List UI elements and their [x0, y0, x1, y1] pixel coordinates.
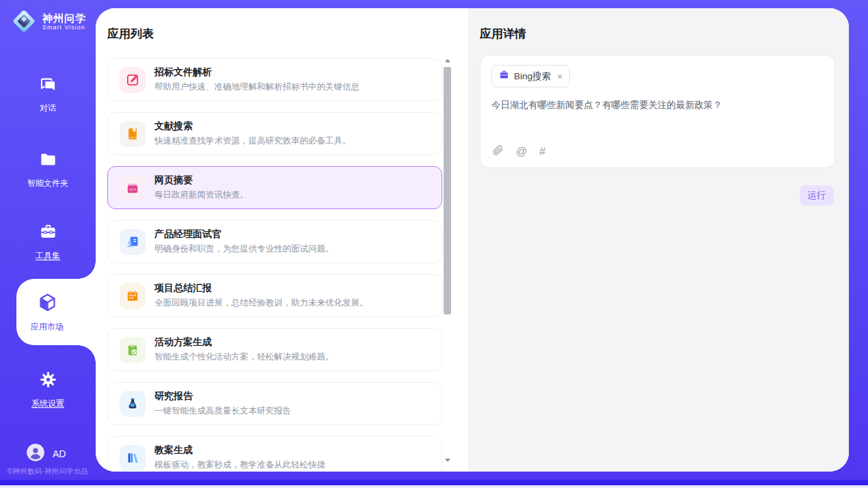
briefcase-icon [499, 70, 509, 83]
app-item-title: 产品经理面试官 [154, 228, 334, 241]
attachment-icon[interactable] [492, 144, 504, 159]
avatar [26, 443, 45, 465]
scrollbar-thumb[interactable] [444, 67, 451, 314]
sidebar-item-app-market[interactable]: 应用市场 [16, 279, 96, 345]
content-card: 应用列表 招标文件解析 帮助用户快速、准确地理解和解析招标书中的关键信息 [96, 8, 849, 472]
app-list-title: 应用列表 [107, 26, 468, 42]
books-icon [120, 445, 146, 471]
flask-icon [120, 391, 146, 417]
bottom-accent-bar [0, 480, 868, 485]
app-list-item-web-summary[interactable]: </> 网页摘要 每日政府新闻资讯快查。 [107, 166, 442, 209]
app-item-description: 快速精准查找学术资源，提高研究效率的必备工具。 [154, 135, 351, 147]
sidebar-item-label: 智能文件夹 [27, 178, 68, 189]
brand-subtitle: Smart Vision [42, 24, 86, 31]
app-list-panel: 应用列表 招标文件解析 帮助用户快速、准确地理解和解析招标书中的关键信息 [96, 8, 468, 472]
app-item-title: 招标文件解析 [154, 66, 360, 79]
sidebar-item-smart-folder[interactable]: 智能文件夹 [0, 150, 96, 189]
svg-text:</>: </> [129, 187, 137, 191]
clipboard-check-icon [120, 337, 146, 363]
user-initials: AD [53, 448, 66, 459]
brand-logo-icon [11, 8, 37, 34]
app-item-description: 模板驱动，教案秒成，教学准备从此轻松快捷 [154, 459, 325, 471]
folder-icon [39, 150, 57, 172]
app-list-item-event-plan[interactable]: 活动方案生成 智能生成个性化活动方案，轻松解决规划难题。 [107, 328, 442, 371]
book-icon [120, 121, 146, 147]
scroll-up-icon[interactable] [445, 59, 450, 62]
edit-document-icon [120, 67, 146, 93]
app-item-title: 活动方案生成 [154, 336, 334, 349]
interview-document-icon [120, 229, 146, 255]
app-list-item-research-report[interactable]: 研究报告 一键智能生成高质量长文本研究报告 [107, 382, 442, 425]
tool-chip-label: Bing搜索 [514, 70, 551, 83]
app-item-title: 网页摘要 [154, 174, 249, 187]
app-item-title: 研究报告 [154, 390, 291, 403]
close-icon[interactable]: × [557, 72, 562, 81]
toolbox-icon [39, 223, 57, 244]
tool-chip-bing-search[interactable]: Bing搜索 × [491, 65, 570, 87]
app-item-title: 项目总结汇报 [154, 282, 368, 295]
scroll-down-icon[interactable] [445, 459, 450, 462]
sidebar: 神州问学 Smart Vision 对话 智能文件夹 [0, 0, 96, 480]
app-item-description: 全面回顾项目进展，总结经验教训，助力未来优化发展。 [154, 297, 368, 309]
browser-code-icon: </> [120, 175, 146, 201]
cube-icon [37, 292, 58, 316]
sidebar-item-settings[interactable]: 系统设置 [0, 370, 96, 409]
mention-icon[interactable]: @ [516, 146, 527, 158]
prompt-toolbar: @ # [492, 144, 545, 159]
gear-icon [39, 370, 57, 392]
calendar-icon [120, 283, 146, 309]
bottom-edge [0, 485, 868, 488]
app-list-scrollbar[interactable] [443, 56, 452, 463]
brand-text: 神州问学 Smart Vision [42, 12, 86, 31]
app-item-description: 一键智能生成高质量长文本研究报告 [154, 405, 291, 417]
app-list-item-bid-parsing[interactable]: 招标文件解析 帮助用户快速、准确地理解和解析招标书中的关键信息 [107, 58, 442, 101]
hash-icon[interactable]: # [539, 146, 545, 158]
sidebar-item-label: 对话 [40, 103, 56, 114]
prompt-text[interactable]: 今日湖北有哪些新闻要点？有哪些需要关注的最新政策？ [491, 99, 824, 111]
app-item-description: 明确身份和职责，为您提供专业性的面试问题。 [154, 243, 334, 255]
chat-icon [39, 75, 57, 96]
app-list-item-pm-interviewer[interactable]: 产品经理面试官 明确身份和职责，为您提供专业性的面试问题。 [107, 220, 442, 263]
copyright-text: ©神州数码·神州问学出品 [0, 467, 96, 476]
app-item-description: 帮助用户快速、准确地理解和解析招标书中的关键信息 [154, 81, 360, 93]
user-account[interactable]: AD [26, 443, 66, 465]
sidebar-item-label: 工具集 [36, 250, 60, 262]
app-item-description: 智能生成个性化活动方案，轻松解决规划难题。 [154, 351, 334, 363]
app-detail-panel: 应用详情 Bing搜索 × 今日湖北有哪些新闻要点？有哪些需要关注的最新政策？ [468, 8, 849, 472]
app-detail-title: 应用详情 [480, 26, 849, 42]
sidebar-item-label: 应用市场 [31, 321, 64, 333]
app-item-title: 文献搜索 [154, 120, 351, 133]
app-list: 招标文件解析 帮助用户快速、准确地理解和解析招标书中的关键信息 文献搜索 [107, 58, 442, 472]
app-list-item-lesson-plan[interactable]: 教案生成 模板驱动，教案秒成，教学准备从此轻松快捷 [107, 436, 442, 472]
app-item-title: 教案生成 [154, 444, 325, 457]
app-item-description: 每日政府新闻资讯快查。 [154, 189, 249, 201]
brand: 神州问学 Smart Vision [11, 8, 86, 34]
app-list-item-project-summary[interactable]: 项目总结汇报 全面回顾项目进展，总结经验教训，助力未来优化发展。 [107, 274, 442, 317]
sidebar-item-chat[interactable]: 对话 [0, 75, 96, 114]
app-list-item-literature-search[interactable]: 文献搜索 快速精准查找学术资源，提高研究效率的必备工具。 [107, 112, 442, 155]
sidebar-item-toolset[interactable]: 工具集 [0, 223, 96, 262]
run-button[interactable]: 运行 [800, 185, 834, 206]
app-window: 神州问学 Smart Vision 对话 智能文件夹 [0, 0, 868, 488]
brand-name: 神州问学 [42, 12, 86, 24]
prompt-input-card[interactable]: Bing搜索 × 今日湖北有哪些新闻要点？有哪些需要关注的最新政策？ @ # [480, 55, 835, 168]
sidebar-item-label: 系统设置 [31, 398, 64, 409]
